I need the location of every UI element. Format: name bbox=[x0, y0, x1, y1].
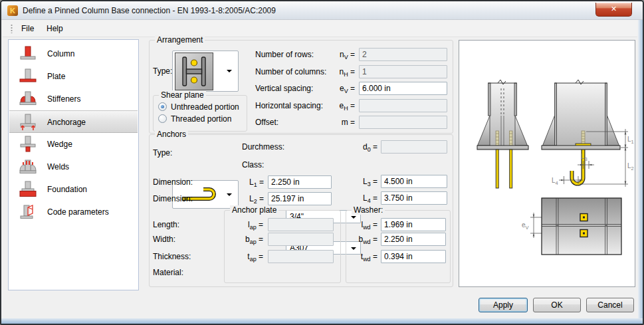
lwd-input[interactable] bbox=[381, 218, 446, 231]
window-frame-bottom bbox=[1, 318, 643, 324]
vertical-spacing-input[interactable] bbox=[359, 82, 447, 95]
l4-input[interactable] bbox=[381, 191, 447, 205]
horizontal-spacing-input bbox=[359, 99, 447, 112]
plate-icon bbox=[17, 68, 39, 85]
washer-group-label: Washer: bbox=[352, 205, 385, 215]
bap-input bbox=[268, 233, 334, 246]
menu-item-file[interactable]: File bbox=[16, 22, 39, 35]
menu-item-help[interactable]: Help bbox=[41, 22, 68, 35]
ok-button[interactable]: OK bbox=[533, 298, 581, 312]
rows-symbol: nV = bbox=[314, 48, 355, 64]
lap-symbol: lap = bbox=[231, 218, 263, 234]
sidebar-item-column[interactable]: Column bbox=[9, 43, 138, 65]
twd-symbol: twd = bbox=[347, 250, 377, 266]
welds-icon bbox=[17, 158, 39, 175]
connection-preview-drawing: L1 L2 L3 L4 eV bbox=[459, 41, 635, 286]
radio-unthreaded-portion[interactable]: Unthreaded portion bbox=[158, 102, 245, 112]
lap-input bbox=[268, 218, 334, 231]
sidebar-item-label: Welds bbox=[47, 156, 69, 178]
dim-label-L1: L1 bbox=[627, 136, 634, 145]
dim-label-L4: L4 bbox=[552, 177, 558, 186]
preview-plan-view bbox=[542, 198, 621, 255]
menu-bar: File Help bbox=[3, 20, 637, 37]
sidebar-item-foundation[interactable]: Foundation bbox=[9, 178, 138, 201]
rows-input bbox=[359, 48, 447, 61]
code-parameters-icon bbox=[17, 203, 39, 221]
sidebar-item-welds[interactable]: Welds bbox=[9, 156, 138, 178]
twd-input[interactable] bbox=[381, 250, 446, 263]
sidebar-item-label: Stiffeners bbox=[47, 88, 80, 110]
radio-threaded-portion[interactable]: Threaded portion bbox=[158, 114, 245, 124]
stiffeners-icon bbox=[17, 90, 39, 108]
sidebar-item-label: Wedge bbox=[47, 133, 72, 156]
window-frame-right bbox=[638, 19, 643, 324]
dimension-l1-label: Dimension: bbox=[153, 175, 193, 189]
horizontal-spacing-label: Horizontal spacing: bbox=[255, 99, 323, 112]
cancel-button[interactable]: Cancel bbox=[586, 298, 634, 312]
offset-input bbox=[359, 116, 447, 129]
sidebar-item-label: Code parameters bbox=[47, 201, 109, 223]
title-bar[interactable]: K Define a Pinned Column Base connection… bbox=[1, 1, 643, 20]
sidebar-item-label: Foundation bbox=[47, 178, 87, 201]
anchor-rods bbox=[496, 150, 512, 188]
l3-symbol: L3 = bbox=[344, 175, 377, 191]
bwd-symbol: bwd = bbox=[347, 233, 377, 249]
l3-input[interactable] bbox=[381, 175, 447, 188]
anchor-plate-group-label: Anchor plate bbox=[230, 205, 278, 215]
preview-front-view bbox=[477, 80, 528, 188]
vertical-spacing-label: Vertical spacing: bbox=[255, 82, 313, 95]
wedge-icon bbox=[17, 136, 39, 153]
sidebar-item-anchorage[interactable]: Anchorage bbox=[9, 110, 138, 133]
sidebar-item-label: Plate bbox=[47, 65, 65, 88]
material-label: Material: bbox=[153, 266, 183, 279]
l1-symbol: L1 = bbox=[231, 175, 264, 191]
sidebar-item-code-parameters[interactable]: Code parameters bbox=[9, 201, 138, 223]
offset-label: Offset: bbox=[255, 116, 278, 129]
radio-button-icon bbox=[158, 114, 167, 123]
window-title: Define a Pinned Column Base connection -… bbox=[23, 6, 276, 15]
h-section-two-bolts-image bbox=[175, 53, 213, 90]
width-label: Width: bbox=[153, 233, 175, 246]
l2-input[interactable] bbox=[268, 192, 332, 205]
vertical-spacing-symbol: eV = bbox=[314, 82, 355, 98]
shear-plane-group-label: Shear plane bbox=[159, 90, 206, 100]
preview-panel: L1 L2 L3 L4 eV bbox=[459, 40, 635, 287]
sidebar: Column Plate Stiffeners bbox=[8, 39, 139, 290]
dialog-window: K Define a Pinned Column Base connection… bbox=[0, 0, 644, 325]
dim-label-L2: L2 bbox=[627, 162, 634, 171]
anchorage-icon bbox=[17, 114, 39, 131]
horizontal-spacing-symbol: eH = bbox=[314, 99, 355, 115]
sidebar-item-wedge[interactable]: Wedge bbox=[9, 133, 138, 156]
arrangement-group-label: Arrangement bbox=[155, 35, 205, 45]
apply-button[interactable]: Apply bbox=[479, 298, 528, 312]
bwd-input[interactable] bbox=[381, 233, 446, 246]
sidebar-item-label: Column bbox=[47, 43, 74, 65]
l1-input[interactable] bbox=[268, 175, 332, 189]
sidebar-item-plate[interactable]: Plate bbox=[9, 65, 138, 88]
radio-label: Threaded portion bbox=[171, 114, 231, 124]
anchors-group-label: Anchors bbox=[155, 130, 188, 139]
anchors-type-label: Type: bbox=[153, 146, 172, 160]
lwd-symbol: lwd = bbox=[347, 218, 377, 234]
radio-label: Unthreaded portion bbox=[171, 102, 239, 112]
dimension-l2-label: Dimension: bbox=[153, 192, 193, 205]
thickness-label: Thickness: bbox=[153, 250, 191, 263]
tap-input bbox=[268, 250, 334, 263]
columns-input bbox=[359, 65, 447, 78]
columns-symbol: nH = bbox=[314, 65, 355, 81]
rows-label: Number of rows: bbox=[255, 48, 314, 61]
offset-symbol: m = bbox=[314, 116, 355, 132]
d0-input bbox=[381, 140, 447, 154]
app-icon: K bbox=[7, 5, 18, 16]
sidebar-item-stiffeners[interactable]: Stiffeners bbox=[9, 88, 138, 110]
radio-button-icon bbox=[158, 102, 167, 111]
length-label: Length: bbox=[153, 218, 179, 231]
diameter-label: Durchmess: bbox=[242, 140, 284, 154]
d0-symbol: d0 = bbox=[347, 140, 377, 156]
arrangement-type-combobox[interactable] bbox=[172, 51, 239, 92]
close-button[interactable]: ✕ bbox=[595, 3, 632, 17]
column-icon bbox=[17, 45, 39, 62]
foundation-icon bbox=[17, 181, 39, 198]
tap-symbol: tap = bbox=[231, 250, 263, 266]
menu-grip-handle[interactable] bbox=[11, 24, 13, 33]
